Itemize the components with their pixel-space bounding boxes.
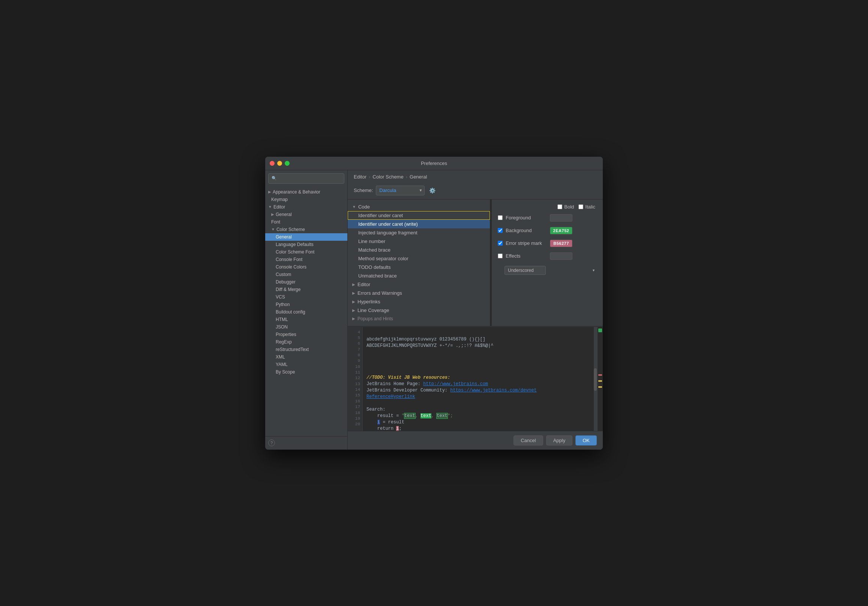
help-button[interactable]: ? (268, 440, 275, 446)
sidebar-item-console-colors[interactable]: Console Colors (265, 263, 347, 271)
errors-section-header[interactable]: ▶ Errors and Warnings (348, 289, 490, 298)
sidebar-item-regexp[interactable]: RegExp (265, 338, 347, 346)
scheme-select-wrapper[interactable]: Darcula ▼ (376, 186, 425, 195)
sidebar-item-lang-defaults[interactable]: Language Defaults (265, 241, 347, 248)
close-button[interactable] (270, 161, 274, 166)
line-number: 7 (349, 347, 360, 353)
effects-type-select[interactable]: Underscored (505, 266, 546, 275)
sidebar-item-colorscheme-font[interactable]: Color Scheme Font (265, 248, 347, 256)
sidebar-item-label: Custom (276, 272, 344, 277)
gear-button[interactable]: ⚙️ (428, 187, 437, 194)
effects-checkbox[interactable] (498, 254, 503, 258)
sidebar-item-yaml[interactable]: YAML (265, 361, 347, 368)
sidebar-item-xml[interactable]: XML (265, 353, 347, 361)
sidebar-item-json[interactable]: JSON (265, 323, 347, 331)
code-item-line-number[interactable]: Line number (348, 237, 490, 246)
sidebar-item-byscope[interactable]: By Scope (265, 368, 347, 376)
background-color-swatch[interactable]: 2EA752 (550, 227, 572, 234)
sidebar-item-general[interactable]: ▶ General (265, 211, 347, 218)
search-input[interactable]: 🔍 (268, 173, 344, 184)
hyperlink-text: ReferenceHyperlink (366, 394, 415, 399)
code-item-injected[interactable]: Injected language fragment (348, 228, 490, 237)
scrollbar-thumb[interactable] (594, 368, 597, 391)
sidebar-item-font[interactable]: Font (265, 218, 347, 226)
effects-color-swatch[interactable] (550, 253, 572, 260)
sidebar-item-label: Color Scheme (276, 227, 344, 232)
code-item-label: Identifier under caret (write) (358, 221, 418, 227)
line-number: 18 (349, 411, 360, 416)
indicator-warning2 (598, 386, 602, 388)
code-item-matched-brace[interactable]: Matched brace (348, 246, 490, 254)
string-text: " (402, 413, 405, 418)
line-number: 6 (349, 341, 360, 347)
italic-checkbox-label[interactable]: Italic (578, 204, 595, 210)
italic-checkbox[interactable] (578, 205, 583, 209)
indicator-error (598, 374, 602, 376)
sidebar-item-html[interactable]: HTML (265, 316, 347, 323)
error-stripe-checkbox[interactable] (498, 241, 503, 246)
arrow-icon: ▼ (352, 205, 356, 209)
ok-button[interactable]: OK (575, 436, 597, 445)
code-item-method-sep[interactable]: Method separator color (348, 254, 490, 263)
sidebar-item-debugger[interactable]: Debugger (265, 278, 347, 286)
code-section-header[interactable]: ▼ Code (348, 203, 490, 211)
apply-button[interactable]: Apply (546, 436, 573, 445)
sidebar-item-vcs[interactable]: VCS (265, 293, 347, 301)
sidebar-item-diff-merge[interactable]: Diff & Merge (265, 286, 347, 293)
code-item-unmatched[interactable]: Unmatched brace (348, 271, 490, 280)
code-line-6: ABCDEFGHIJKLMNOPQRSTUVWXYZ +-*/= .,;:!? … (366, 343, 590, 349)
code-item-id-under-caret-write[interactable]: Identifier under caret (write) (348, 220, 490, 228)
arrow-icon: ▶ (352, 282, 355, 287)
hyperlinks-section-header[interactable]: ▶ Hyperlinks (348, 298, 490, 306)
popups-section-header[interactable]: ▶ Popups and Hints (348, 315, 490, 323)
foreground-color-swatch[interactable] (550, 214, 572, 222)
minimize-button[interactable] (277, 161, 282, 166)
preview-scrollbar[interactable] (594, 327, 598, 431)
background-row: Background 2EA752 (498, 226, 597, 235)
string-text: , (415, 413, 420, 418)
code-preview: abcdefghijklmnopqrstuvwxyz 0123456789 ()… (363, 327, 594, 431)
sidebar-item-custom[interactable]: Custom (265, 271, 347, 278)
background-checkbox[interactable] (498, 228, 503, 233)
scheme-select[interactable]: Darcula (376, 186, 425, 195)
line-number: 13 (349, 382, 360, 387)
bold-checkbox[interactable] (557, 205, 562, 209)
sidebar-item-label: Color Scheme Font (276, 250, 344, 255)
section-label: Popups and Hints (358, 316, 393, 321)
sidebar-item-label: Console Font (276, 257, 344, 262)
sidebar-item-python[interactable]: Python (265, 301, 347, 308)
code-item-id-under-caret[interactable]: Identifier under caret (348, 211, 490, 220)
foreground-checkbox[interactable] (498, 215, 503, 220)
code-item-label: TODO defaults (358, 264, 391, 270)
linecoverage-section-header[interactable]: ▶ Line Coverage (348, 306, 490, 315)
error-stripe-color-swatch[interactable]: B56277 (550, 240, 572, 247)
maximize-button[interactable] (285, 161, 290, 166)
code-line-10 (366, 368, 590, 375)
sidebar-item-general2[interactable]: General (265, 233, 347, 241)
sidebar-item-keymap[interactable]: Keymap (265, 196, 347, 203)
code-line-17: result = "text, text, text"; (366, 413, 590, 419)
sidebar-item-properties[interactable]: Properties (265, 331, 347, 338)
sidebar-item-restructured[interactable]: reStructuredText (265, 346, 347, 353)
sidebar-item-console-font[interactable]: Console Font (265, 256, 347, 263)
code-text: JetBrains Developer Community: (366, 388, 450, 393)
section-label: Hyperlinks (358, 299, 380, 304)
error-stripe-label: Error stripe mark (506, 240, 547, 246)
line-numbers: 4 5 6 7 8 9 10 11 12 13 14 15 16 17 18 1… (348, 327, 363, 431)
sidebar-item-label: Debugger (276, 279, 344, 285)
sidebar-item-editor[interactable]: ▼ Editor (265, 203, 347, 211)
code-line-9 (366, 362, 590, 368)
line-number: 10 (349, 364, 360, 370)
cancel-button[interactable]: Cancel (513, 436, 543, 445)
code-item-todo[interactable]: TODO defaults (348, 263, 490, 271)
effects-type-wrapper[interactable]: Underscored ▼ (505, 266, 597, 275)
arrow-icon: ▶ (352, 308, 355, 312)
code-item-label: Matched brace (358, 247, 391, 253)
editor-section-header[interactable]: ▶ Editor (348, 280, 490, 289)
bold-checkbox-label[interactable]: Bold (557, 204, 574, 210)
sidebar-item-label: Properties (276, 332, 344, 337)
sidebar-item-colorscheme[interactable]: ▼ Color Scheme (265, 226, 347, 233)
code-line-13: JetBrains Developer Community: https://w… (366, 387, 590, 394)
sidebar-item-buildout[interactable]: Buildout config (265, 308, 347, 316)
sidebar-item-appearance[interactable]: ▶ Appearance & Behavior (265, 188, 347, 196)
